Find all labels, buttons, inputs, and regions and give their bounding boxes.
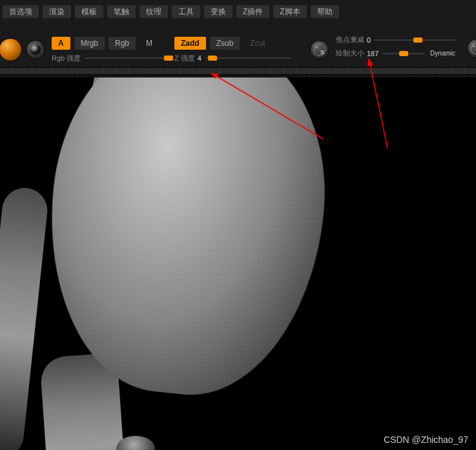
menu-help[interactable]: 帮助 <box>311 5 339 18</box>
focal-shift-label: 焦点衰减 <box>336 35 364 45</box>
svg-point-4 <box>471 43 476 54</box>
mode-mrgb-button[interactable]: Mrgb <box>74 37 105 50</box>
watermark-text: CSDN @Zhichao_97 <box>384 435 468 445</box>
menu-texture[interactable]: 纹理 <box>140 5 168 18</box>
mode-m-button[interactable]: M <box>140 37 159 50</box>
gizmo-s-icon: S <box>313 43 327 57</box>
focal-shift-slider[interactable] <box>375 39 455 41</box>
draw-size-label: 绘制大小 <box>336 48 364 58</box>
canvas-viewport[interactable]: CSDN @Zhichao_97 <box>0 75 476 450</box>
menu-stroke[interactable]: 笔触 <box>107 5 136 18</box>
draw-size-slider[interactable] <box>382 53 424 54</box>
menu-zscript[interactable]: Z脚本 <box>273 5 306 18</box>
model-part <box>0 185 50 450</box>
top-toolbar: A Mrgb Rgb M Rgb 强度 Zadd Zsub Zcut Z 强度 … <box>0 34 476 66</box>
gizmo-right-button[interactable] <box>467 39 476 58</box>
menu-preferences[interactable]: 首选项 <box>3 5 39 18</box>
z-intensity-slider[interactable] <box>205 57 291 59</box>
svg-point-0 <box>30 45 41 55</box>
svg-point-5 <box>472 45 475 47</box>
brush-swatch[interactable] <box>0 38 22 61</box>
menu-render[interactable]: 渲染 <box>43 5 71 18</box>
mode-a-button[interactable]: A <box>52 37 70 50</box>
dynamic-label[interactable]: Dynamic <box>430 50 455 57</box>
z-intensity-label: Z 强度 <box>174 54 195 63</box>
svg-text:S: S <box>320 49 324 56</box>
gizmo-s-button[interactable]: S <box>310 40 329 59</box>
svg-point-2 <box>315 46 318 48</box>
menu-transform[interactable]: 变换 <box>204 5 233 18</box>
rgb-intensity-label: Rgb 强度 <box>52 54 81 63</box>
focal-shift-value: 0 <box>367 36 371 44</box>
menu-zplugin[interactable]: Z插件 <box>236 5 269 18</box>
menu-stencil[interactable]: 模板 <box>75 5 103 18</box>
menu-bar: 首选项 渲染 模板 笔触 纹理 工具 变换 Z插件 Z脚本 帮助 <box>0 5 476 18</box>
menu-tool[interactable]: 工具 <box>172 5 200 18</box>
z-intensity-value: 4 <box>198 54 202 62</box>
rgb-intensity-slider[interactable] <box>85 57 168 59</box>
zcut-button[interactable]: Zcut <box>243 37 271 50</box>
material-swatch[interactable] <box>26 40 45 59</box>
timeline-ruler[interactable] <box>0 67 476 75</box>
gizmo-right-icon <box>470 41 476 56</box>
draw-size-value: 187 <box>367 50 378 57</box>
zadd-button[interactable]: Zadd <box>174 37 206 50</box>
sphere-icon <box>30 44 41 56</box>
zsub-button[interactable]: Zsub <box>210 37 240 50</box>
mode-rgb-button[interactable]: Rgb <box>109 37 136 50</box>
